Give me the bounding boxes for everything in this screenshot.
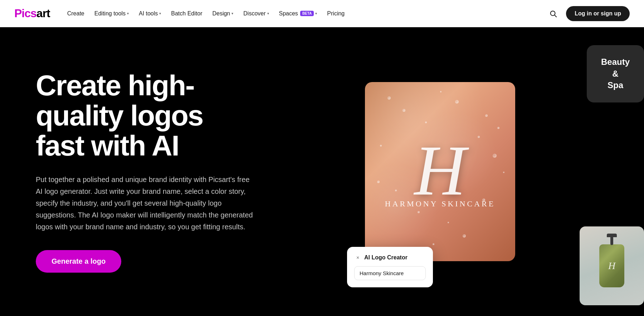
nav-links: Create Editing tools ▾ AI tools ▾ Batch … — [63, 8, 349, 20]
chevron-down-icon: ▾ — [127, 11, 129, 15]
logo[interactable]: Picsart — [14, 7, 50, 20]
ai-logo-creator-popup: × AI Logo Creator — [347, 247, 433, 287]
bottle-visual: H — [599, 244, 624, 287]
beauty-spa-line3: Spa — [608, 80, 623, 91]
logo-card: H Harmony Skincare — [365, 82, 515, 261]
chevron-down-icon: ▾ — [267, 11, 269, 15]
bottle-pump — [610, 234, 613, 245]
beauty-spa-line1: Beauty — [601, 57, 630, 67]
login-button[interactable]: Log in or sign up — [566, 6, 630, 21]
navbar: Picsart Create Editing tools ▾ AI tools … — [0, 0, 644, 27]
chevron-down-icon: ▾ — [231, 11, 233, 15]
logo-monogram: H — [414, 135, 466, 206]
nav-editing-tools[interactable]: Editing tools ▾ — [90, 8, 133, 20]
popup-header: × AI Logo Creator — [354, 254, 426, 261]
hero-title: Create high-quality logos fast with AI — [36, 71, 258, 161]
nav-spaces[interactable]: Spaces BETA ▾ — [275, 8, 322, 20]
ai-logo-input[interactable] — [354, 266, 426, 280]
hero-visuals: H Harmony Skincare Beauty & Spa H × AI L… — [336, 27, 644, 316]
nav-pricing[interactable]: Pricing — [323, 8, 349, 20]
nav-batch-editor[interactable]: Batch Editor — [167, 8, 206, 20]
popup-close-button[interactable]: × — [354, 254, 361, 261]
nav-ai-tools[interactable]: AI tools ▾ — [135, 8, 165, 20]
bottle-monogram: H — [608, 260, 615, 272]
search-button[interactable] — [546, 6, 560, 21]
hero-content: Create high-quality logos fast with AI P… — [0, 42, 293, 301]
search-icon — [549, 10, 557, 18]
bottle-card: H — [580, 226, 644, 305]
nav-create[interactable]: Create — [63, 8, 89, 20]
logo-brand-name: Harmony Skincare — [385, 199, 495, 209]
logo-text: Picsart — [14, 7, 50, 20]
beauty-spa-line2: & — [612, 69, 618, 79]
chevron-down-icon: ▾ — [315, 11, 317, 15]
hero-description: Put together a polished and unique brand… — [36, 174, 258, 233]
generate-logo-button[interactable]: Generate a logo — [36, 250, 121, 273]
beta-badge: BETA — [300, 11, 314, 16]
beauty-spa-card: Beauty & Spa — [587, 45, 644, 102]
popup-title: AI Logo Creator — [364, 254, 408, 261]
svg-line-1 — [555, 15, 556, 17]
bottle-body: H — [599, 244, 624, 287]
nav-design[interactable]: Design ▾ — [208, 8, 238, 20]
hero-section: Create high-quality logos fast with AI P… — [0, 27, 644, 316]
chevron-down-icon: ▾ — [159, 11, 161, 15]
nav-discover[interactable]: Discover ▾ — [239, 8, 273, 20]
